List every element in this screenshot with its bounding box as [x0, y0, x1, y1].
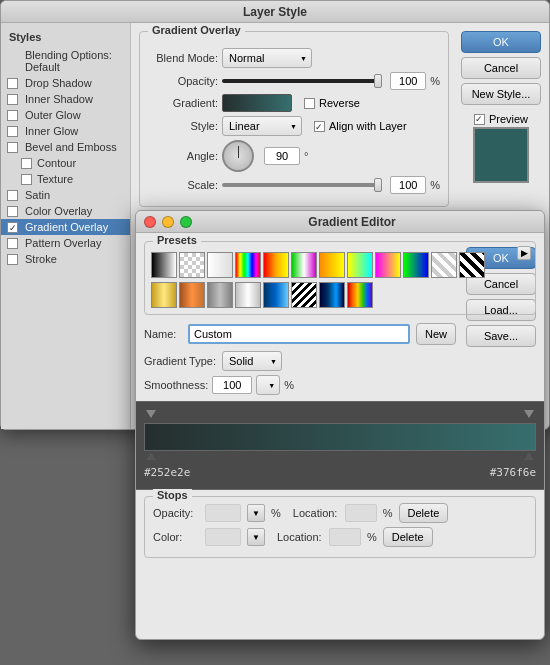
reverse-label: Reverse: [319, 97, 360, 109]
sidebar-item-bevel-emboss[interactable]: Bevel and Emboss: [1, 139, 130, 155]
smoothness-input[interactable]: [212, 376, 252, 394]
preset-pattern1[interactable]: [431, 252, 457, 278]
preset-orange-yellow[interactable]: [319, 252, 345, 278]
name-input[interactable]: [188, 324, 410, 344]
gradient-overlay-checkbox[interactable]: [7, 222, 18, 233]
preset-transparent[interactable]: [179, 252, 205, 278]
stops-title: Stops: [153, 489, 192, 501]
sidebar-item-texture[interactable]: Texture: [1, 171, 130, 187]
inner-shadow-checkbox[interactable]: [7, 94, 18, 105]
sidebar-item-blending-options[interactable]: Blending Options: Default: [1, 47, 130, 75]
satin-checkbox[interactable]: [7, 190, 18, 201]
texture-checkbox[interactable]: [21, 174, 32, 185]
stop-color-delete-button[interactable]: Delete: [383, 527, 433, 547]
blend-mode-dropdown[interactable]: Normal: [222, 48, 312, 68]
style-label: Style:: [148, 120, 218, 132]
opacity-input[interactable]: [390, 72, 426, 90]
scale-input[interactable]: [390, 176, 426, 194]
reverse-checkbox[interactable]: [304, 98, 315, 109]
inner-shadow-label: Inner Shadow: [25, 93, 93, 105]
smoothness-unit: %: [284, 379, 294, 391]
new-style-button[interactable]: New Style...: [461, 83, 541, 105]
opacity-row: Opacity: %: [148, 72, 440, 90]
align-layer-checkbox[interactable]: [314, 121, 325, 132]
pattern-overlay-checkbox[interactable]: [7, 238, 18, 249]
blend-mode-row: Blend Mode: Normal: [148, 48, 440, 68]
dial-needle: [238, 146, 239, 158]
preset-silver[interactable]: [207, 282, 233, 308]
smoothness-label: Smoothness:: [144, 379, 208, 391]
presets-row-2: [151, 282, 529, 308]
smoothness-dropdown[interactable]: [256, 375, 280, 395]
stop-opacity-location-input[interactable]: [345, 504, 377, 522]
angle-input[interactable]: [264, 147, 300, 165]
presets-label: Presets: [153, 234, 201, 246]
preset-midnight[interactable]: [319, 282, 345, 308]
gradient-overlay-section-title: Gradient Overlay: [148, 24, 245, 36]
preset-nav-arrow[interactable]: ▶: [517, 246, 531, 260]
gradient-bar[interactable]: [144, 423, 536, 451]
scale-slider[interactable]: [222, 183, 382, 187]
stop-opacity-delete-button[interactable]: Delete: [399, 503, 449, 523]
sidebar-item-drop-shadow[interactable]: Drop Shadow: [1, 75, 130, 91]
preview-checkbox[interactable]: [474, 114, 485, 125]
opacity-stop-right[interactable]: [524, 410, 534, 418]
sidebar-item-stroke[interactable]: Stroke: [1, 251, 130, 267]
opacity-slider-thumb[interactable]: [374, 74, 382, 88]
preset-checker2[interactable]: [291, 282, 317, 308]
preset-bw[interactable]: [151, 252, 177, 278]
preset-gold[interactable]: [151, 282, 177, 308]
stop-opacity-input[interactable]: [205, 504, 241, 522]
preset-blue[interactable]: [263, 282, 289, 308]
opacity-stop-left[interactable]: [146, 410, 156, 418]
preset-stripes[interactable]: [459, 252, 485, 278]
ge-save-button[interactable]: Save...: [466, 325, 536, 347]
preset-spectrum[interactable]: [235, 252, 261, 278]
preset-warm[interactable]: [263, 252, 289, 278]
sidebar-item-inner-glow[interactable]: Inner Glow: [1, 123, 130, 139]
style-dropdown[interactable]: Linear: [222, 116, 302, 136]
preset-white-transparent[interactable]: [207, 252, 233, 278]
preset-copper[interactable]: [179, 282, 205, 308]
preset-chrome[interactable]: [235, 282, 261, 308]
contour-checkbox[interactable]: [21, 158, 32, 169]
new-gradient-button[interactable]: New: [416, 323, 456, 345]
cancel-button[interactable]: Cancel: [461, 57, 541, 79]
preset-violet[interactable]: [291, 252, 317, 278]
sidebar-item-pattern-overlay[interactable]: Pattern Overlay: [1, 235, 130, 251]
angle-dial[interactable]: [222, 140, 254, 172]
preset-magenta-yellow[interactable]: [375, 252, 401, 278]
ok-button[interactable]: OK: [461, 31, 541, 53]
color-overlay-checkbox[interactable]: [7, 206, 18, 217]
stop-color-stepper[interactable]: ▼: [247, 528, 265, 546]
stop-opacity-stepper[interactable]: ▼: [247, 504, 265, 522]
name-row: Name: New: [144, 323, 456, 345]
maximize-button[interactable]: [180, 216, 192, 228]
preset-green-blue[interactable]: [403, 252, 429, 278]
preset-yellow-cyan[interactable]: [347, 252, 373, 278]
outer-glow-checkbox[interactable]: [7, 110, 18, 121]
scale-slider-thumb[interactable]: [374, 178, 382, 192]
preset-rainbow[interactable]: [347, 282, 373, 308]
gradient-type-dropdown[interactable]: Solid: [222, 351, 282, 371]
stop-opacity-location-label: Location:: [293, 507, 339, 519]
stop-color-swatch[interactable]: [205, 528, 241, 546]
opacity-slider[interactable]: [222, 79, 382, 83]
drop-shadow-checkbox[interactable]: [7, 78, 18, 89]
stop-color-location-input[interactable]: [329, 528, 361, 546]
sidebar-item-outer-glow[interactable]: Outer Glow: [1, 107, 130, 123]
sidebar-item-gradient-overlay[interactable]: Gradient Overlay: [1, 219, 130, 235]
sidebar-item-color-overlay[interactable]: Color Overlay: [1, 203, 130, 219]
bevel-emboss-checkbox[interactable]: [7, 142, 18, 153]
gradient-swatch[interactable]: [222, 94, 292, 112]
sidebar-item-satin[interactable]: Satin: [1, 187, 130, 203]
sidebar-item-inner-shadow[interactable]: Inner Shadow: [1, 91, 130, 107]
color-stop-right[interactable]: [524, 452, 534, 460]
minimize-button[interactable]: [162, 216, 174, 228]
stroke-checkbox[interactable]: [7, 254, 18, 265]
sidebar-item-contour[interactable]: Contour: [1, 155, 130, 171]
angle-unit: °: [304, 150, 308, 162]
close-button[interactable]: [144, 216, 156, 228]
inner-glow-checkbox[interactable]: [7, 126, 18, 137]
color-stop-left[interactable]: [146, 452, 156, 460]
